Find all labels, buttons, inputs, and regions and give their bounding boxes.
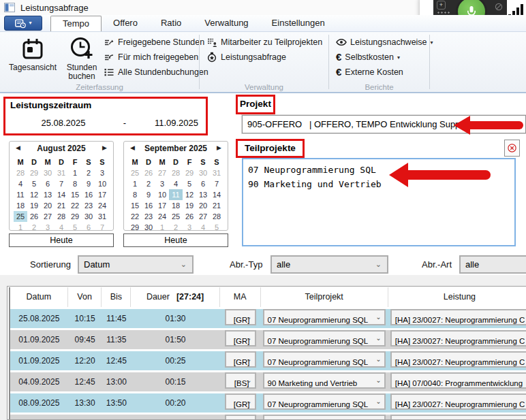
leistung-select[interactable]: [HA] 23/0027: Neuprogrammierung C (390, 393, 526, 410)
calendar-day[interactable]: 7 (55, 178, 68, 189)
teilprojekt-select[interactable]: 07 Neuprogrammierung SQL⌄ (263, 393, 386, 410)
calendar-next-icon[interactable]: ▶ (102, 144, 107, 151)
calendar-day[interactable]: 5 (68, 222, 82, 233)
calendar-day[interactable]: 22 (128, 211, 142, 222)
calendar-day[interactable]: 25 (128, 167, 142, 178)
calendar-day[interactable]: 14 (210, 189, 223, 200)
ma-select[interactable]: [GR]⌄ (225, 330, 256, 346)
ma-select[interactable]: [GR]⌄ (225, 351, 256, 368)
tagesansicht-button[interactable]: Tagesansicht (4, 35, 61, 72)
leistungsabfrage-button[interactable]: Leistungsabfrage (206, 50, 286, 64)
calendar-day[interactable]: 26 (27, 211, 41, 222)
leistung-select[interactable]: [HA] 23/0027: Neuprogrammierung C (390, 351, 526, 368)
calendar-day[interactable]: 28 (210, 211, 223, 222)
calendar-day[interactable]: 2 (142, 178, 155, 189)
calendar-day[interactable]: 23 (82, 200, 95, 211)
calendar-day[interactable]: 24 (95, 200, 109, 211)
calendar-day[interactable]: 8 (128, 189, 142, 200)
calendar-day[interactable]: 31 (210, 167, 223, 178)
alle-stundenbuchungen-button[interactable]: Alle Stundenbuchungen (104, 65, 208, 79)
calendar-day[interactable]: 20 (41, 200, 55, 211)
calendar-day[interactable]: 15 (128, 200, 142, 211)
heute-button-september[interactable]: Heute (123, 233, 228, 247)
stunden-buchen-button[interactable]: Stunden buchen (63, 35, 101, 81)
calendar-day[interactable]: 28 (169, 167, 183, 178)
calendar-day[interactable]: 30 (41, 167, 55, 178)
camera-off-icon[interactable] (495, 1, 503, 10)
calendar-day[interactable]: 1 (68, 167, 82, 178)
calendar-day[interactable]: 10 (95, 178, 109, 189)
calendar-day[interactable]: 29 (68, 211, 82, 222)
calendar-day[interactable]: 10 (155, 189, 169, 200)
calendar-day[interactable]: 23 (142, 211, 155, 222)
calendar-day[interactable]: 1 (128, 178, 142, 189)
teilprojekt-select[interactable]: 07 Neuprogrammierung SQL⌄ (263, 330, 386, 346)
ma-select[interactable]: [BS]⌄ (225, 372, 256, 389)
calendar-day[interactable]: 4 (55, 222, 68, 233)
calendar-day[interactable]: 11 (14, 189, 27, 200)
calendar-day[interactable]: 1 (14, 222, 27, 233)
calendar-day[interactable]: 2 (169, 222, 183, 233)
tab-offero[interactable]: Offero (102, 16, 149, 31)
tab-einstellungen[interactable]: Einstellungen (260, 16, 337, 31)
calendar-day[interactable]: 6 (82, 222, 95, 233)
calendar-day[interactable]: 28 (55, 211, 68, 222)
calendar-day[interactable]: 30 (82, 211, 95, 222)
leistungsnachweise-button[interactable]: Leistungsnachweise ▾ (336, 35, 433, 49)
calendar-day[interactable]: 20 (196, 200, 210, 211)
calendar-day[interactable]: 17 (155, 200, 169, 211)
calendar-day[interactable]: 3 (95, 167, 109, 178)
calendar-day[interactable]: 16 (82, 189, 95, 200)
calendar-day[interactable]: 3 (41, 222, 55, 233)
calendar-day[interactable]: 7 (95, 222, 109, 233)
calendar-day[interactable]: 5 (27, 178, 41, 189)
leistung-select[interactable]: [HA] 07/0040: Programmentwicklung (390, 372, 526, 389)
calendar-day[interactable]: 30 (196, 167, 210, 178)
calendar-day[interactable]: 18 (169, 200, 183, 211)
calendar-day[interactable]: 2 (82, 167, 95, 178)
externe-kosten-button[interactable]: € Externe Kosten (336, 65, 403, 79)
calendar-day[interactable]: 9 (82, 178, 95, 189)
date-to-field[interactable]: 11.09.2025 (150, 118, 203, 128)
calendar-day[interactable]: 18 (14, 200, 27, 211)
abr-art-select[interactable]: alle (459, 255, 526, 274)
calendar-day[interactable]: 28 (14, 167, 27, 178)
calendar-day[interactable]: 5 (210, 222, 223, 233)
calendar-day[interactable]: 11 (169, 189, 183, 200)
leistung-select[interactable]: [HA] 23/0027: Neuprogrammierung C (390, 309, 526, 325)
calendar-day[interactable]: 25 (14, 211, 27, 222)
tab-ratio[interactable]: Ratio (149, 16, 193, 31)
date-from-field[interactable]: 25.08.2025 (22, 118, 104, 128)
calendar-day[interactable]: 6 (196, 178, 210, 189)
calendar-day[interactable]: 27 (155, 167, 169, 178)
clear-teilprojekte-button[interactable] (504, 140, 520, 157)
ma-select[interactable]: [GR]⌄ (225, 309, 256, 325)
calendar-day[interactable]: 19 (183, 200, 196, 211)
calendar-day[interactable]: 4 (196, 222, 210, 233)
calendar-day[interactable]: 31 (95, 211, 109, 222)
calendar-day[interactable]: 3 (183, 222, 196, 233)
calendar-day[interactable]: 9 (142, 189, 155, 200)
calendar-day[interactable]: 24 (155, 211, 169, 222)
calendar-day[interactable]: 21 (210, 200, 223, 211)
teilprojekt-select[interactable] (263, 415, 386, 420)
calendar-day[interactable]: 3 (155, 178, 169, 189)
calendar-day[interactable]: 29 (183, 167, 196, 178)
calendar-day[interactable]: 14 (55, 189, 68, 200)
calendar-day[interactable]: 5 (183, 178, 196, 189)
freigegebene-stunden-button[interactable]: Freigegebene Stunden (104, 35, 204, 49)
calendar-day[interactable]: 4 (14, 178, 27, 189)
calendar-next-icon[interactable]: ▶ (217, 144, 221, 151)
teilprojekt-select[interactable]: 07 Neuprogrammierung SQL⌄ (263, 351, 386, 368)
calendar-day[interactable]: 27 (41, 211, 55, 222)
calendar-day[interactable]: 22 (68, 200, 82, 211)
calendar-day[interactable]: 31 (55, 167, 68, 178)
calendar-day[interactable]: 27 (196, 211, 210, 222)
leistung-select[interactable]: [HA] 23/0027: Neuprogrammierung C (390, 330, 526, 346)
tab-tempo[interactable]: Tempo (50, 16, 102, 31)
calendar-day[interactable]: 2 (27, 222, 41, 233)
calendar-day[interactable]: 12 (27, 189, 41, 200)
mitarbeiter-zu-teilprojekten-button[interactable]: Mitarbeiter zu Teilprojekten (206, 35, 322, 49)
fuer-mich-freigegeben-button[interactable]: Für mich freigegeben (104, 50, 198, 64)
calendar-day[interactable]: 13 (196, 189, 210, 200)
